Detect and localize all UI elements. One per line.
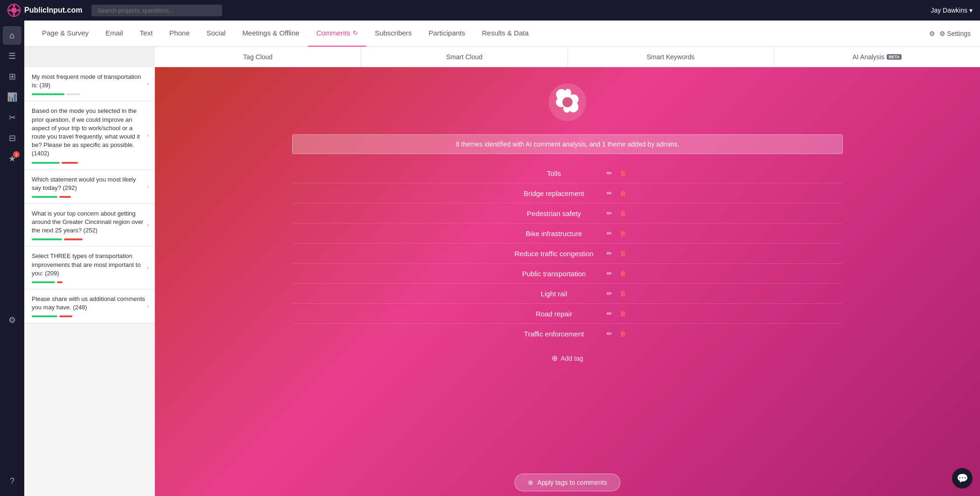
question-item-3[interactable]: What is your top concern about getting a… (24, 204, 154, 247)
tag-row-3: Bike infrastructure ✏ 🗑 (292, 224, 843, 244)
bar-red-4 (57, 281, 63, 283)
sidebar-item-star[interactable]: ★ 1 (3, 149, 21, 168)
bar-green-2 (32, 196, 57, 198)
tab-results[interactable]: Results & Data (474, 21, 537, 47)
tab-comments[interactable]: Comments ↻ (308, 21, 367, 47)
tag-row-2: Pedestrian safety ✏ 🗑 (292, 203, 843, 224)
bar-green-3 (32, 238, 62, 240)
sidebar-item-tools[interactable]: ✂ (3, 108, 21, 127)
main-layout: My most frequent mode of transportation … (24, 21, 980, 496)
bar-green-4 (32, 281, 55, 283)
edit-icon-0[interactable]: ✏ (605, 168, 614, 178)
tag-row-5: Public transportation ✏ 🗑 (292, 264, 843, 284)
sidebar-item-settings[interactable]: ⚙ (3, 311, 21, 329)
subtab-smart-keywords[interactable]: Smart Keywords (568, 47, 774, 67)
edit-icon-7[interactable]: ✏ (605, 308, 614, 319)
tag-name-7: Road repair (507, 310, 601, 318)
tag-name-4: Reduce traffic congestion (507, 250, 601, 258)
subtab-ai-analysis[interactable]: AI Analysis BETA (774, 47, 980, 67)
tab-phone[interactable]: Phone (161, 21, 198, 47)
question-item-2[interactable]: Which statement would you most likely sa… (24, 170, 154, 204)
tab-meetings[interactable]: Meetings & Offline (234, 21, 308, 47)
sidebar-item-list[interactable]: ☰ (3, 47, 21, 65)
subtab-smart-cloud[interactable]: Smart Cloud (361, 47, 567, 67)
delete-icon-3[interactable]: 🗑 (618, 228, 628, 238)
edit-icon-5[interactable]: ✏ (605, 268, 614, 279)
chevron-right-icon-1: › (147, 132, 149, 139)
delete-icon-2[interactable]: 🗑 (618, 208, 628, 218)
chat-icon: 💬 (957, 473, 968, 484)
question-text-3: What is your top concern about getting a… (32, 210, 147, 235)
tag-name-8: Traffic enforcement (507, 330, 601, 338)
beta-badge: BETA (887, 54, 902, 60)
tag-name-2: Pedestrian safety (507, 210, 601, 217)
question-item-4[interactable]: Select THREE types of transportation imp… (24, 246, 154, 289)
tag-name-6: Light rail (507, 290, 601, 298)
question-bars-2 (32, 196, 147, 198)
tag-name-5: Public transportation (507, 270, 601, 278)
ai-logo (546, 81, 588, 125)
gear-icon: ⚙ (929, 30, 935, 37)
notification-badge: 1 (13, 151, 20, 158)
question-text-4: Select THREE types of transportation imp… (32, 252, 147, 278)
sidebar-item-chart[interactable]: 📊 (3, 88, 21, 106)
search-input[interactable] (91, 5, 222, 16)
user-name: Jay Dawkins (931, 7, 967, 14)
chevron-right-icon-5: › (147, 303, 149, 309)
delete-icon-4[interactable]: 🗑 (618, 248, 628, 258)
question-item-5[interactable]: Please share with us additional comments… (24, 289, 154, 323)
sidebar-item-help[interactable]: ? (3, 472, 21, 490)
chevron-right-icon-4: › (147, 265, 149, 271)
tag-row-1: Bridge replacement ✏ 🗑 (292, 183, 843, 203)
edit-icon-4[interactable]: ✏ (605, 248, 614, 258)
delete-icon-0[interactable]: 🗑 (618, 168, 628, 178)
edit-icon-2[interactable]: ✏ (605, 208, 614, 218)
tab-social[interactable]: Social (198, 21, 234, 47)
tag-row-7: Road repair ✏ 🗑 (292, 304, 843, 324)
ai-panel: 8 themes identified with AI comment anal… (155, 67, 980, 496)
bar-red-1 (62, 162, 78, 164)
tab-text[interactable]: Text (132, 21, 161, 47)
edit-icon-1[interactable]: ✏ (605, 188, 614, 198)
tag-row-8: Traffic enforcement ✏ 🗑 (292, 324, 843, 343)
settings-button[interactable]: ⚙ ⚙ Settings (929, 30, 971, 37)
tag-name-0: Tolls (507, 169, 601, 177)
tab-page-survey[interactable]: Page & Survey (34, 21, 97, 47)
sidebar-item-data[interactable]: ⊟ (3, 129, 21, 147)
tab-email[interactable]: Email (97, 21, 132, 47)
delete-icon-1[interactable]: 🗑 (618, 188, 628, 198)
svg-point-5 (17, 9, 20, 12)
apply-icon: ⊕ (528, 479, 533, 486)
sidebar: ⌂ ☰ ⊞ 📊 ✂ ⊟ ★ 1 ⚙ ? (0, 21, 24, 496)
delete-icon-6[interactable]: 🗑 (618, 288, 628, 299)
topbar: PublicInput.com Jay Dawkins ▾ (0, 0, 980, 21)
delete-icon-8[interactable]: 🗑 (618, 328, 628, 339)
sidebar-item-home[interactable]: ⌂ (3, 26, 21, 45)
chevron-down-icon: ▾ (969, 7, 973, 14)
logo[interactable]: PublicInput.com (7, 4, 82, 17)
edit-icon-3[interactable]: ✏ (605, 228, 614, 238)
delete-icon-7[interactable]: 🗑 (618, 308, 628, 319)
bar-red-5 (59, 315, 72, 317)
question-bars-1 (32, 162, 147, 164)
tag-name-3: Bike infrastructure (507, 230, 601, 238)
bar-red-2 (59, 196, 71, 198)
tab-subscribers[interactable]: Subscribers (366, 21, 420, 47)
question-item-0[interactable]: My most frequent mode of transportation … (24, 67, 154, 101)
delete-icon-5[interactable]: 🗑 (618, 268, 628, 279)
edit-icon-8[interactable]: ✏ (605, 328, 614, 339)
add-tag-button[interactable]: ⊕ Add tag (544, 350, 590, 366)
question-item-1[interactable]: Based on the mode you selected in the pr… (24, 101, 154, 169)
user-menu[interactable]: Jay Dawkins ▾ (931, 7, 973, 14)
edit-icon-6[interactable]: ✏ (605, 288, 614, 299)
question-text-0: My most frequent mode of transportation … (32, 73, 147, 90)
tab-participants[interactable]: Participants (420, 21, 473, 47)
svg-point-3 (13, 14, 15, 16)
logo-text: PublicInput.com (24, 6, 82, 14)
chat-bubble[interactable]: 💬 (952, 468, 973, 489)
apply-tags-button[interactable]: ⊕ Apply tags to comments (514, 474, 620, 491)
tag-row-4: Reduce traffic congestion ✏ 🗑 (292, 244, 843, 264)
tag-row-0: Tolls ✏ 🗑 (292, 163, 843, 183)
subtab-tag-cloud[interactable]: Tag Cloud (155, 47, 361, 67)
sidebar-item-layers[interactable]: ⊞ (3, 67, 21, 86)
